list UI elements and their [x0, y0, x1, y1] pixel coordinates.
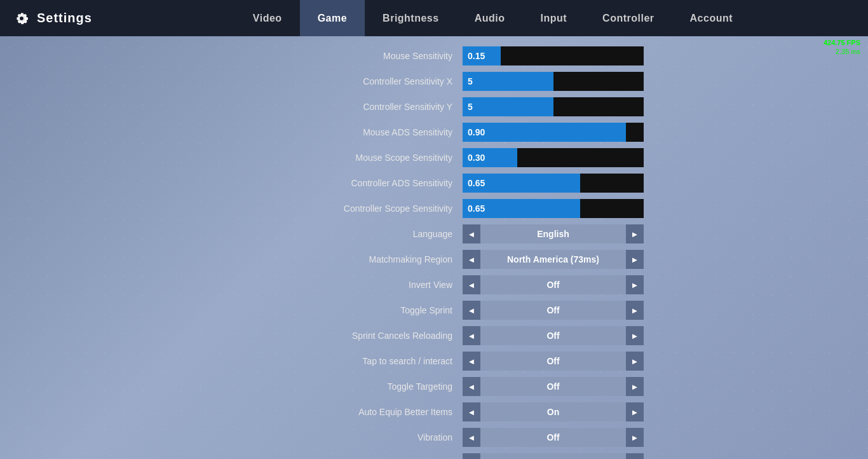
nav-tab-brightness[interactable]: Brightness: [365, 0, 457, 36]
setting-label-12: Tap to search / interact: [224, 356, 463, 366]
select-left-arrow-16[interactable]: ◄: [463, 453, 480, 459]
select-value-12: Off: [480, 352, 626, 371]
select-left-arrow-10[interactable]: ◄: [463, 301, 480, 320]
setting-row-10: Toggle Sprint◄Off►: [224, 298, 644, 322]
select-value-14: On: [480, 402, 626, 421]
select-right-arrow-9[interactable]: ►: [626, 275, 644, 294]
select-left-arrow-11[interactable]: ◄: [463, 326, 480, 345]
setting-label-8: Matchmaking Region: [224, 254, 463, 264]
fps-counter: 424.75 FPS 2.35 ms: [824, 38, 860, 57]
setting-row-2: Controller Sensitivity Y5: [224, 95, 644, 119]
slider-3[interactable]: 0.90: [463, 123, 644, 142]
select-control-11: ◄Off►: [463, 326, 644, 345]
nav-tab-video[interactable]: Video: [235, 0, 300, 36]
select-value-7: English: [480, 224, 626, 243]
select-control-15: ◄Off►: [463, 428, 644, 447]
setting-row-9: Invert View◄Off►: [224, 273, 644, 297]
setting-label-5: Controller ADS Sensitivity: [224, 178, 463, 188]
select-control-13: ◄Off►: [463, 377, 644, 396]
nav-tab-input[interactable]: Input: [523, 0, 585, 36]
setting-row-5: Controller ADS Sensitivity0.65: [224, 171, 644, 195]
ms-value: 2.35 ms: [824, 47, 860, 56]
slider-value-6: 0.65: [463, 199, 580, 218]
setting-row-7: Language◄English►: [224, 222, 644, 246]
setting-label-0: Mouse Sensitivity: [224, 51, 463, 61]
setting-row-13: Toggle Targeting◄Off►: [224, 374, 644, 399]
setting-label-4: Mouse Scope Sensitivity: [224, 153, 463, 163]
slider-track-1: [553, 72, 644, 91]
nav-tab-audio[interactable]: Audio: [457, 0, 523, 36]
select-left-arrow-14[interactable]: ◄: [463, 402, 480, 421]
setting-row-16: Reset Building Choice◄Off►: [224, 451, 644, 459]
select-left-arrow-15[interactable]: ◄: [463, 428, 480, 447]
select-right-arrow-11[interactable]: ►: [626, 326, 644, 345]
setting-label-2: Controller Sensitivity Y: [224, 102, 463, 112]
slider-4[interactable]: 0.30: [463, 148, 644, 167]
setting-row-15: Vibration◄Off►: [224, 425, 644, 449]
select-right-arrow-8[interactable]: ►: [626, 250, 644, 269]
setting-label-1: Controller Sensitivity X: [224, 76, 463, 86]
header: Settings VideoGameBrightnessAudioInputCo…: [0, 0, 868, 36]
nav-tab-controller[interactable]: Controller: [585, 0, 672, 36]
select-right-arrow-16[interactable]: ►: [626, 453, 644, 459]
slider-track-6: [580, 199, 644, 218]
setting-label-10: Toggle Sprint: [224, 305, 463, 315]
setting-row-4: Mouse Scope Sensitivity0.30: [224, 146, 644, 170]
setting-label-6: Controller Scope Sensitivity: [224, 203, 463, 214]
fps-value: 424.75 FPS: [824, 38, 860, 47]
slider-value-4: 0.30: [463, 148, 517, 167]
select-value-9: Off: [480, 275, 626, 294]
setting-row-0: Mouse Sensitivity0.15: [224, 44, 644, 68]
select-right-arrow-13[interactable]: ►: [626, 377, 644, 396]
slider-track-0: [501, 46, 644, 65]
setting-row-1: Controller Sensitivity X5: [224, 69, 644, 93]
select-left-arrow-8[interactable]: ◄: [463, 250, 480, 269]
select-control-10: ◄Off►: [463, 301, 644, 320]
setting-label-15: Vibration: [224, 432, 463, 442]
gear-icon: [13, 10, 31, 27]
select-value-10: Off: [480, 301, 626, 320]
logo-area: Settings: [0, 10, 92, 27]
select-left-arrow-13[interactable]: ◄: [463, 377, 480, 396]
slider-1[interactable]: 5: [463, 72, 644, 91]
setting-label-7: Language: [224, 229, 463, 239]
setting-row-14: Auto Equip Better Items◄On►: [224, 400, 644, 424]
select-control-12: ◄Off►: [463, 352, 644, 371]
setting-row-11: Sprint Cancels Reloading◄Off►: [224, 324, 644, 348]
nav-tabs: VideoGameBrightnessAudioInputControllerA…: [118, 0, 868, 36]
nav-tab-account[interactable]: Account: [672, 0, 751, 36]
select-control-8: ◄North America (73ms)►: [463, 250, 644, 269]
slider-2[interactable]: 5: [463, 97, 644, 116]
select-right-arrow-15[interactable]: ►: [626, 428, 644, 447]
select-value-8: North America (73ms): [480, 250, 626, 269]
select-left-arrow-9[interactable]: ◄: [463, 275, 480, 294]
select-left-arrow-7[interactable]: ◄: [463, 224, 480, 243]
setting-label-13: Toggle Targeting: [224, 381, 463, 392]
select-control-9: ◄Off►: [463, 275, 644, 294]
setting-label-3: Mouse ADS Sensitivity: [224, 127, 463, 137]
setting-row-12: Tap to search / interact◄Off►: [224, 349, 644, 373]
setting-label-14: Auto Equip Better Items: [224, 407, 463, 417]
slider-track-5: [580, 174, 644, 193]
slider-0[interactable]: 0.15: [463, 46, 644, 65]
slider-6[interactable]: 0.65: [463, 199, 644, 218]
app-title: Settings: [37, 11, 92, 25]
settings-panel: Mouse Sensitivity0.15Controller Sensitiv…: [224, 36, 644, 459]
setting-row-3: Mouse ADS Sensitivity0.90: [224, 120, 644, 144]
nav-tab-game[interactable]: Game: [300, 0, 365, 36]
select-value-11: Off: [480, 326, 626, 345]
setting-row-8: Matchmaking Region◄North America (73ms)►: [224, 247, 644, 271]
select-control-7: ◄English►: [463, 224, 644, 243]
slider-value-3: 0.90: [463, 123, 626, 142]
select-left-arrow-12[interactable]: ◄: [463, 352, 480, 371]
select-value-16: Off: [480, 453, 626, 459]
select-right-arrow-12[interactable]: ►: [626, 352, 644, 371]
slider-track-2: [553, 97, 644, 116]
select-right-arrow-7[interactable]: ►: [626, 224, 644, 243]
select-right-arrow-14[interactable]: ►: [626, 402, 644, 421]
select-right-arrow-10[interactable]: ►: [626, 301, 644, 320]
setting-label-11: Sprint Cancels Reloading: [224, 331, 463, 341]
slider-5[interactable]: 0.65: [463, 174, 644, 193]
slider-track-3: [626, 123, 644, 142]
slider-value-1: 5: [463, 72, 553, 91]
